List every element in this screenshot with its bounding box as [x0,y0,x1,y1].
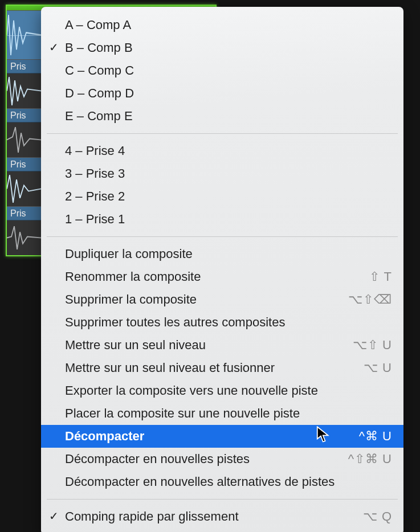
menu-shortcut: ⌥⇧⌫ [348,292,392,307]
menu-item-comp-d[interactable]: D – Comp D [41,82,403,105]
menu-item-label: D – Comp D [65,86,134,101]
menu-item-move-comp-new-track[interactable]: Placer la composite sur une nouvelle pis… [41,402,403,425]
menu-item-label: 4 – Prise 4 [65,144,125,158]
menu-shortcut: ⇧ T [369,269,392,284]
menu-item-label: Dupliquer la composite [65,247,193,261]
menu-section-actions: Dupliquer la composite Renommer la compo… [41,239,403,497]
menu-shortcut: ^⌘ U [359,429,392,444]
menu-shortcut: ⌥⇧ U [353,338,392,353]
menu-item-label: Supprimer toutes les autres composites [65,315,285,330]
menu-item-label: B – Comp B [65,40,133,55]
menu-item-rename-comp[interactable]: Renommer la composite ⇧ T [41,265,403,288]
menu-shortcut: ^⇧⌘ U [348,452,392,466]
menu-item-label: Décompacter [65,429,144,444]
menu-section-footer: ✓ Comping rapide par glissement ⌥ Q [41,502,403,531]
menu-item-take-3[interactable]: 3 – Prise 3 [41,162,403,185]
menu-item-quick-swipe-comping[interactable]: ✓ Comping rapide par glissement ⌥ Q [41,505,403,528]
menu-separator [47,499,398,500]
menu-item-label: E – Comp E [65,109,133,124]
menu-item-delete-other-comps[interactable]: Supprimer toutes les autres composites [41,311,403,334]
menu-item-comp-e[interactable]: E – Comp E [41,105,403,128]
menu-item-label: 3 – Prise 3 [65,166,125,181]
menu-item-label: C – Comp C [65,63,134,78]
menu-shortcut: ⌥ Q [363,509,392,524]
menu-item-label: Supprimer la composite [65,292,197,307]
menu-item-duplicate-comp[interactable]: Dupliquer la composite [41,243,403,265]
menu-separator [47,236,398,237]
menu-item-take-1[interactable]: 1 – Prise 1 [41,208,403,231]
menu-item-label: Comping rapide par glissement [65,509,239,524]
menu-item-export-comp-new-track[interactable]: Exporter la composite vers une nouvelle … [41,379,403,402]
menu-item-label: Décompacter en nouvelles alternatives de… [65,474,335,489]
menu-item-take-4[interactable]: 4 – Prise 4 [41,140,403,162]
menu-item-label: Décompacter en nouvelles pistes [65,452,250,466]
menu-item-label: A – Comp A [65,18,131,32]
menu-section-takes: 4 – Prise 4 3 – Prise 3 2 – Prise 2 1 – … [41,136,403,234]
menu-item-delete-comp[interactable]: Supprimer la composite ⌥⇧⌫ [41,288,403,311]
menu-item-take-2[interactable]: 2 – Prise 2 [41,185,403,208]
menu-item-flatten-merge[interactable]: Mettre sur un seul niveau et fusionner ⌥… [41,357,403,379]
menu-item-comp-c[interactable]: C – Comp C [41,59,403,82]
menu-item-comp-a[interactable]: A – Comp A [41,14,403,36]
menu-item-unpack-new-tracks[interactable]: Décompacter en nouvelles pistes ^⇧⌘ U [41,448,403,470]
checkmark-icon: ✓ [49,40,59,54]
menu-item-unpack[interactable]: Décompacter ^⌘ U [41,425,403,448]
menu-item-label: Placer la composite sur une nouvelle pis… [65,406,300,421]
menu-item-flatten[interactable]: Mettre sur un seul niveau ⌥⇧ U [41,334,403,357]
menu-item-label: Mettre sur un seul niveau et fusionner [65,361,275,375]
menu-item-unpack-new-alternatives[interactable]: Décompacter en nouvelles alternatives de… [41,470,403,493]
checkmark-icon: ✓ [49,509,59,523]
menu-item-label: 1 – Prise 1 [65,212,125,227]
menu-section-comps: A – Comp A ✓ B – Comp B C – Comp C D – C… [41,10,403,131]
menu-item-label: 2 – Prise 2 [65,189,125,204]
menu-separator [47,133,398,134]
menu-item-comp-b[interactable]: ✓ B – Comp B [41,36,403,59]
menu-item-label: Renommer la composite [65,269,201,284]
menu-shortcut: ⌥ U [364,361,392,375]
menu-item-label: Exporter la composite vers une nouvelle … [65,383,318,398]
menu-item-label: Mettre sur un seul niveau [65,338,206,353]
take-folder-context-menu: A – Comp A ✓ B – Comp B C – Comp C D – C… [41,7,403,532]
